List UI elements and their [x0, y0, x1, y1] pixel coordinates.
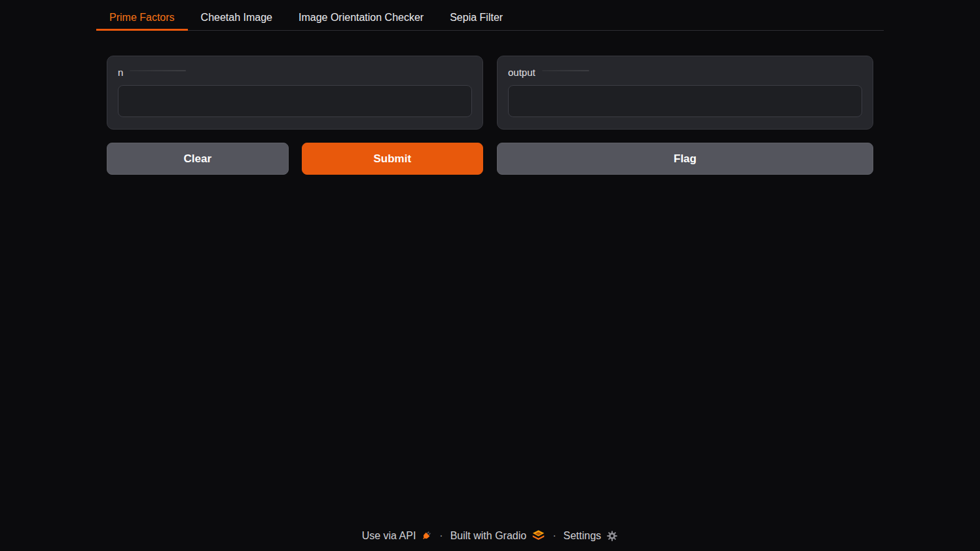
settings-link[interactable]: Settings — [564, 530, 619, 542]
input-label: n — [118, 67, 123, 78]
tab-cheetah-image[interactable]: Cheetah Image — [188, 6, 285, 31]
output-textbox[interactable] — [508, 85, 862, 117]
flag-button[interactable]: Flag — [497, 143, 873, 175]
gear-icon — [606, 530, 618, 542]
flag-button-row: Flag — [497, 143, 873, 175]
built-with-gradio-label: Built with Gradio — [450, 530, 527, 542]
submit-button[interactable]: Submit — [302, 143, 484, 175]
footer-separator: · — [553, 530, 556, 542]
clear-button[interactable]: Clear — [107, 143, 289, 175]
label-underline-decoration — [130, 70, 186, 71]
gradio-logo — [532, 529, 545, 542]
output-column: output Flag — [497, 56, 873, 175]
gradio-app-container: Prime Factors Cheetah Image Image Orient… — [96, 0, 884, 529]
input-label-row: n — [118, 65, 472, 79]
tab-bar: Prime Factors Cheetah Image Image Orient… — [96, 6, 884, 31]
output-label-row: output — [508, 65, 862, 79]
input-panel: n — [107, 56, 483, 130]
footer-separator: · — [439, 530, 443, 542]
interface-content: n Clear Submit output Flag — [96, 56, 884, 175]
n-input-textbox[interactable] — [118, 85, 472, 117]
output-label: output — [508, 67, 535, 78]
use-via-api-label: Use via API — [362, 530, 416, 542]
tab-sepia-filter[interactable]: Sepia Filter — [437, 6, 516, 31]
output-panel: output — [497, 56, 873, 130]
built-with-gradio-link[interactable]: Built with Gradio — [450, 529, 546, 542]
label-underline-decoration — [542, 70, 589, 71]
tab-prime-factors[interactable]: Prime Factors — [96, 6, 188, 31]
settings-label: Settings — [564, 530, 602, 542]
plug-icon — [421, 530, 432, 541]
use-via-api-link[interactable]: Use via API — [362, 530, 433, 542]
action-button-row: Clear Submit — [107, 143, 483, 175]
gradio-footer: Use via API · Built with Gradio · Setti — [0, 529, 980, 551]
input-column: n Clear Submit — [107, 56, 483, 175]
tab-image-orientation-checker[interactable]: Image Orientation Checker — [285, 6, 437, 31]
